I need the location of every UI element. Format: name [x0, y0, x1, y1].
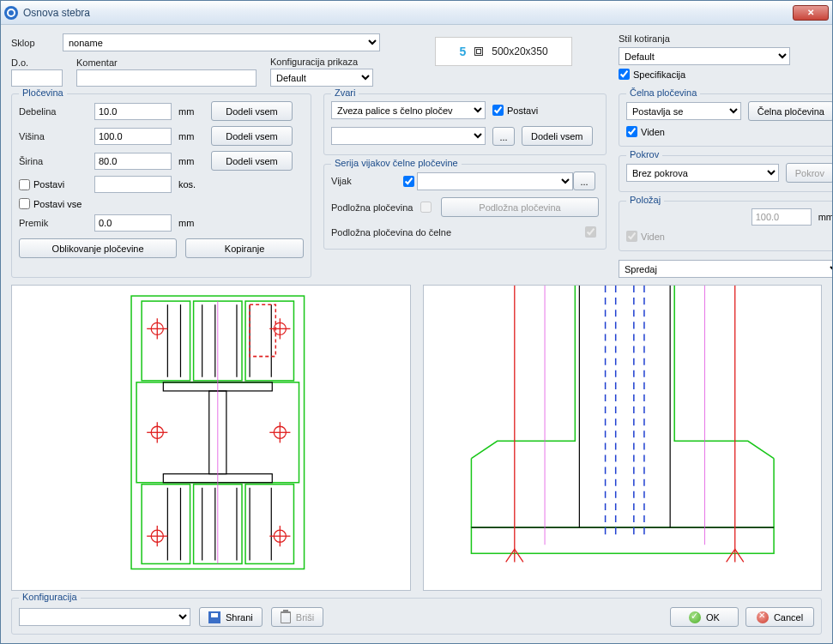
trash-icon: [281, 611, 291, 623]
podlozna-label: Podložna pločevina: [331, 202, 417, 213]
svg-rect-45: [471, 527, 774, 553]
titlebar: Osnova stebra ✕: [1, 1, 832, 25]
visina-dodeli-button[interactable]: Dodeli vsem: [211, 126, 293, 146]
podlozna-do-checkbox: [585, 226, 596, 238]
vijak-select[interactable]: [417, 172, 573, 190]
zvari-postavi-checkbox[interactable]: Postavi: [492, 105, 538, 116]
svg-rect-5: [245, 485, 293, 564]
sirina-input[interactable]: [94, 153, 172, 170]
celna-title: Čelna pločevina: [626, 87, 700, 98]
do-label: D.o.: [11, 57, 63, 68]
visina-unit: mm: [178, 131, 204, 141]
zvari-browse-button[interactable]: ...: [492, 127, 515, 146]
podlozna-button: Podložna pločevina: [441, 197, 599, 217]
do-input[interactable]: [11, 69, 63, 87]
visina-input[interactable]: [94, 128, 172, 145]
pokrov-select[interactable]: Brez pokrova: [626, 164, 779, 182]
visina-label: Višina: [19, 131, 88, 141]
pokrov-title: Pokrov: [626, 149, 662, 159]
brisi-button: Briši: [271, 607, 323, 627]
preview-badge: 5 500x20x350: [435, 37, 572, 66]
dialog-window: Osnova stebra ✕ Sklop noname D.o.: [0, 0, 833, 644]
pokrov-group: Pokrov Brez pokrova Pokrov: [619, 155, 832, 192]
plocevina-group: Pločevina Debelina mm Dodeli vsem Višina…: [11, 93, 311, 278]
premik-input[interactable]: [94, 214, 172, 232]
oblikovanje-button[interactable]: Oblikovanje pločevine: [19, 238, 177, 258]
sirina-unit: mm: [178, 156, 204, 166]
celna-button[interactable]: Čelna pločevina: [748, 101, 832, 121]
konfiguracija-select[interactable]: [19, 608, 190, 626]
sklop-select[interactable]: noname: [63, 33, 380, 51]
kos-label: kos.: [178, 179, 204, 190]
drawing-left[interactable]: [11, 285, 411, 591]
premik-unit: mm: [178, 218, 204, 228]
spredaj-select[interactable]: Spredaj: [619, 260, 832, 278]
vijak-label: Vijak: [331, 176, 400, 186]
debelina-label: Debelina: [19, 106, 88, 117]
serija-group: Serija vijakov čelne pločevine Vijak ...…: [323, 164, 607, 250]
podlozna-checkbox: [420, 202, 432, 213]
celna-group: Čelna pločevina Postavlja se Čelna ploče…: [619, 93, 832, 147]
stil-select[interactable]: Default: [619, 47, 790, 65]
postavi-vse-checkbox-input[interactable]: [19, 198, 30, 209]
komentar-input[interactable]: [76, 69, 257, 87]
header-center: 5 500x20x350: [435, 33, 607, 66]
preview-count: 5: [459, 45, 466, 58]
footer-group: Konfiguracija Shrani Briši OK Cancel: [11, 598, 822, 635]
svg-rect-0: [142, 301, 190, 381]
postavi-vse-checkbox[interactable]: Postavi vse: [19, 198, 88, 209]
header-right: Stil kotiranja Default Specifikacija: [619, 33, 832, 80]
zvari-title: Zvari: [331, 87, 359, 98]
celna-viden-checkbox-input[interactable]: [626, 126, 637, 137]
cancel-button[interactable]: Cancel: [745, 607, 814, 627]
zvari-select-1[interactable]: Zveza palice s čelno pločev: [331, 101, 486, 119]
window-title: Osnova stebra: [23, 7, 793, 19]
konfig-label: Konfiguracija prikaza: [270, 57, 373, 67]
svg-rect-3: [142, 485, 190, 564]
debelina-unit: mm: [178, 106, 204, 117]
polozaj-title: Položaj: [626, 195, 664, 205]
vijak-checkbox[interactable]: [403, 176, 414, 187]
footer-title: Konfiguracija: [19, 592, 81, 602]
zvari-select-2[interactable]: [331, 127, 486, 145]
stil-title: Stil kotiranja: [619, 33, 832, 44]
polozaj-unit: mm: [818, 212, 832, 222]
celna-select[interactable]: Postavlja se: [626, 102, 741, 120]
celna-viden-checkbox[interactable]: Viden: [626, 126, 832, 137]
sirina-dodeli-button[interactable]: Dodeli vsem: [211, 151, 293, 171]
konfig-select[interactable]: Default: [270, 69, 373, 87]
vijak-browse-button[interactable]: ...: [573, 172, 595, 190]
postavi-checkbox[interactable]: Postavi: [19, 179, 88, 190]
debelina-dodeli-button[interactable]: Dodeli vsem: [211, 101, 293, 121]
zvari-group: Zvari Zveza palice s čelno pločev Postav…: [323, 93, 607, 155]
save-icon: [208, 611, 220, 623]
pokrov-button: Pokrov: [786, 163, 832, 183]
sirina-label: Širina: [19, 156, 88, 166]
cancel-icon: [757, 611, 769, 623]
zvari-postavi-checkbox-input[interactable]: [492, 105, 504, 116]
plocevina-title: Pločevina: [19, 87, 67, 98]
preview-dims: 500x20x350: [492, 45, 547, 57]
premik-label: Premik: [19, 218, 88, 228]
svg-rect-2: [245, 301, 293, 381]
serija-title: Serija vijakov čelne pločevine: [331, 158, 462, 168]
zvari-dodeli-button[interactable]: Dodeli vsem: [522, 126, 593, 146]
spec-checkbox-input[interactable]: [619, 69, 630, 80]
komentar-label: Komentar: [76, 57, 257, 68]
check-icon: [689, 611, 701, 623]
kopiranje-button[interactable]: Kopiranje: [185, 238, 304, 258]
drawing-right[interactable]: [423, 285, 823, 591]
shrani-button[interactable]: Shrani: [199, 607, 263, 627]
polozaj-viden-checkbox: Viden: [626, 231, 832, 242]
sklop-label: Sklop: [11, 38, 54, 48]
podlozna-do-label: Podložna pločevina do čelne: [331, 227, 573, 238]
spec-checkbox[interactable]: Specifikacija: [619, 69, 832, 80]
polozaj-input: [752, 208, 812, 226]
close-button[interactable]: ✕: [793, 5, 829, 21]
postavi-kos-input: [94, 176, 172, 193]
header-left: Sklop noname D.o. Komentar Konf: [11, 33, 423, 87]
debelina-input[interactable]: [94, 103, 172, 120]
polozaj-viden-checkbox-input: [626, 231, 637, 242]
ok-button[interactable]: OK: [670, 607, 739, 627]
postavi-checkbox-input[interactable]: [19, 179, 30, 190]
